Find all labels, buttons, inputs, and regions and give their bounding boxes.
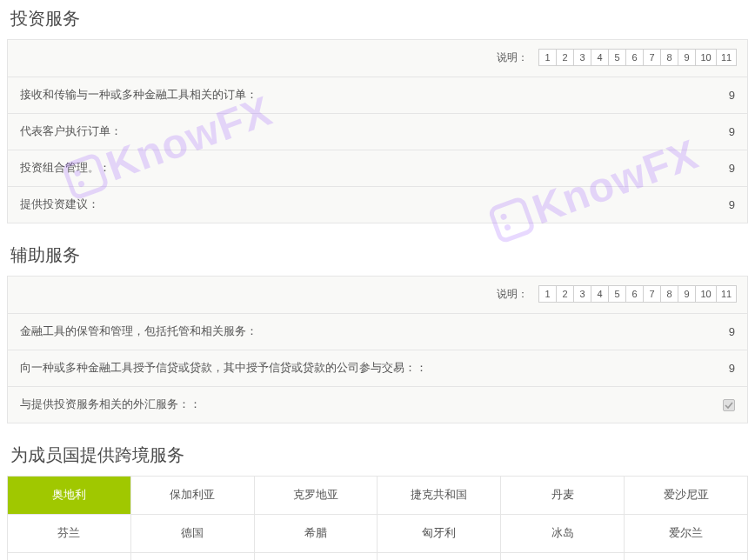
section-title: 为成员国提供跨境服务 (0, 437, 755, 476)
legend-number[interactable]: 2 (556, 49, 573, 66)
service-value: 9 (729, 162, 735, 175)
service-row: 接收和传输与一种或多种金融工具相关的订单：9 (8, 77, 747, 114)
section-title: 投资服务 (0, 0, 755, 39)
country-cell[interactable]: 爱沙尼亚 (625, 477, 747, 515)
legend-number[interactable]: 11 (716, 49, 737, 66)
country-cell[interactable]: 克罗地亚 (255, 477, 378, 515)
country-cell[interactable]: 捷克共和国 (378, 477, 501, 515)
service-value: 9 (729, 89, 735, 102)
countries-table: 奥地利保加利亚克罗地亚捷克共和国丹麦爱沙尼亚芬兰德国希腊匈牙利冰岛爱尔兰意大利拉… (7, 476, 748, 560)
legend-number[interactable]: 8 (660, 285, 678, 303)
panel-header: 说明： 1234567891011 (8, 40, 747, 77)
service-value: 9 (729, 125, 735, 138)
legend-number[interactable]: 6 (625, 285, 643, 303)
service-row: 金融工具的保管和管理，包括托管和相关服务：9 (8, 314, 747, 350)
country-cell[interactable]: 希腊 (255, 515, 378, 553)
legend-number[interactable]: 7 (643, 49, 660, 66)
country-cell[interactable]: 拉脱维亚 (131, 553, 255, 560)
legend-number[interactable]: 10 (695, 285, 716, 303)
service-value: 9 (729, 198, 735, 211)
legend-number[interactable]: 5 (608, 49, 625, 66)
country-cell[interactable]: 立陶宛 (378, 553, 501, 560)
service-row: 投资组合管理。：9 (8, 150, 747, 187)
country-cell[interactable]: 奥地利 (8, 477, 131, 515)
country-cell[interactable]: 冰岛 (501, 515, 625, 553)
service-label: 接收和传输与一种或多种金融工具相关的订单： (20, 88, 257, 103)
legend-number[interactable]: 5 (608, 285, 625, 303)
country-cell[interactable]: 保加利亚 (131, 477, 255, 515)
services-panel: 说明： 1234567891011 接收和传输与一种或多种金融工具相关的订单：9… (7, 39, 748, 223)
country-cell[interactable]: 丹麦 (501, 477, 625, 515)
service-label: 金融工具的保管和管理，包括托管和相关服务： (20, 324, 257, 339)
service-row: 代表客户执行订单：9 (8, 114, 747, 150)
legend-number[interactable]: 3 (573, 49, 591, 66)
section-title: 辅助服务 (0, 237, 755, 276)
legend-number[interactable]: 1 (538, 49, 556, 66)
country-cell[interactable]: 卢森堡 (501, 553, 625, 560)
service-value: 9 (729, 325, 735, 338)
legend-numbers: 1234567891011 (538, 285, 737, 303)
check-icon (723, 399, 735, 411)
legend-number[interactable]: 3 (573, 285, 591, 303)
service-label: 与提供投资服务相关的外汇服务：： (20, 397, 201, 412)
legend-number[interactable]: 9 (678, 49, 695, 66)
country-cell[interactable]: 意大利 (8, 553, 131, 560)
legend-label: 说明： (497, 50, 528, 65)
country-cell[interactable]: 马耳他 (625, 553, 747, 560)
service-value: 9 (729, 362, 735, 375)
country-cell[interactable]: 芬兰 (8, 515, 131, 553)
service-label: 提供投资建议： (20, 197, 99, 212)
service-label: 投资组合管理。： (20, 161, 110, 176)
legend-number[interactable]: 1 (538, 285, 556, 303)
legend-number[interactable]: 10 (695, 49, 716, 66)
legend-number[interactable]: 4 (591, 285, 608, 303)
legend-number[interactable]: 4 (591, 49, 608, 66)
investment-services-section: 投资服务 说明： 1234567891011 接收和传输与一种或多种金融工具相关… (0, 0, 755, 223)
services-panel: 说明： 1234567891011 金融工具的保管和管理，包括托管和相关服务：9… (7, 276, 748, 423)
service-label: 向一种或多种金融工具授予信贷或贷款，其中授予信贷或贷款的公司参与交易：： (20, 361, 427, 376)
ancillary-services-section: 辅助服务 说明： 1234567891011 金融工具的保管和管理，包括托管和相… (0, 237, 755, 423)
cross-border-section: 为成员国提供跨境服务 奥地利保加利亚克罗地亚捷克共和国丹麦爱沙尼亚芬兰德国希腊匈… (0, 437, 755, 560)
legend-number[interactable]: 2 (556, 285, 573, 303)
legend-number[interactable]: 7 (643, 285, 660, 303)
country-cell[interactable]: 匈牙利 (378, 515, 501, 553)
legend-label: 说明： (497, 287, 528, 302)
country-cell[interactable]: 爱尔兰 (625, 515, 747, 553)
service-row: 向一种或多种金融工具授予信贷或贷款，其中授予信贷或贷款的公司参与交易：：9 (8, 350, 747, 387)
service-label: 代表客户执行订单： (20, 124, 122, 139)
legend-number[interactable]: 11 (716, 285, 737, 303)
legend-number[interactable]: 6 (625, 49, 643, 66)
legend-number[interactable]: 9 (678, 285, 695, 303)
country-cell[interactable]: 德国 (131, 515, 255, 553)
service-row: 与提供投资服务相关的外汇服务：： (8, 387, 747, 423)
legend-number[interactable]: 8 (660, 49, 678, 66)
legend-numbers: 1234567891011 (538, 49, 737, 66)
panel-header: 说明： 1234567891011 (8, 277, 747, 314)
country-cell[interactable]: 列支敦士登 (255, 553, 378, 560)
service-row: 提供投资建议：9 (8, 187, 747, 223)
